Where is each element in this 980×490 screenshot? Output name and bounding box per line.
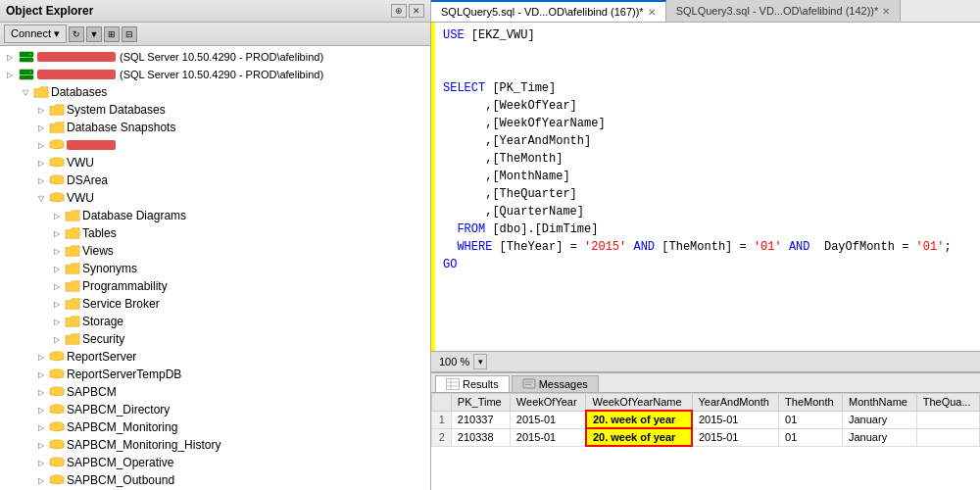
collapse-icon[interactable]: ⊟ (122, 26, 137, 42)
filter-icon[interactable]: ▼ (86, 26, 102, 42)
expand-icon-storage: ▷ (49, 314, 65, 329)
row1-pktime: 210337 (451, 411, 510, 428)
messages-tab-label: Messages (539, 378, 588, 390)
expand-icon-syn: ▷ (49, 261, 65, 276)
vwu2-label: VWU (67, 191, 94, 205)
status-bar: 100 % ▾ (431, 351, 980, 372)
expand-icon-sapbcm-out: ▷ (33, 472, 49, 488)
results-tab-results[interactable]: Results (435, 375, 510, 392)
svg-rect-18 (446, 378, 460, 390)
tree-item-sapbcm-out[interactable]: ▷ SAPBCM_Outbound (0, 471, 430, 489)
results-table: PK_Time WeekOfYear WeekOfYearName YearAn… (431, 393, 980, 447)
tree-item-security[interactable]: ▷ Security (0, 330, 430, 348)
col-weekofyearname: WeekOfYearName (586, 394, 692, 412)
sapbcm-mon-hist-label: SAPBCM_Monitoring_History (67, 438, 220, 452)
tree-item-server2[interactable]: ▷ (SQL Server 10.50.4290 - PROD\afelibin… (0, 66, 430, 83)
tree-item-sysdb[interactable]: ▷ System Databases (0, 101, 430, 119)
expand-icon-tables: ▷ (49, 225, 65, 241)
tree-item-sapbcm-mon-hist[interactable]: ▷ SAPBCM_Monitoring_History (0, 436, 430, 454)
row2-monthname: January (843, 428, 917, 446)
expand-icon-sb: ▷ (49, 296, 65, 312)
tree-item-tables[interactable]: ▷ Tables (0, 224, 430, 242)
row2-themonth: 01 (779, 428, 843, 446)
tree-item-servicebroker[interactable]: ▷ Service Broker (0, 295, 430, 313)
expand-icon: ▷ (2, 49, 18, 65)
tree-item-vwu1[interactable]: ▷ VWU (0, 154, 430, 172)
sb-folder-icon (65, 297, 80, 311)
messages-tab-icon (522, 378, 536, 390)
views-label: Views (82, 244, 114, 258)
expand-icon-sapbcm-mon: ▷ (33, 419, 49, 435)
col-weekofyear: WeekOfYear (510, 394, 586, 412)
tree-item-views[interactable]: ▷ Views (0, 242, 430, 260)
svg-point-5 (29, 72, 31, 74)
expand-icon2: ▷ (2, 67, 18, 82)
connect-button[interactable]: Connect ▾ (4, 24, 67, 43)
tree-item-diagrams[interactable]: ▷ Database Diagrams (0, 207, 430, 224)
tree-item-db1[interactable]: ▷ (0, 136, 430, 154)
tree-item-sapbcm-dir[interactable]: ▷ SAPBCM_Directory (0, 401, 430, 418)
prog-label: Programmability (82, 279, 168, 293)
tree-item-dsarea[interactable]: ▷ DSArea (0, 172, 430, 189)
code-editor[interactable]: USE [EKZ_VWU] SELECT [PK_Time] ,[WeekOfY… (435, 23, 980, 351)
col-monthname: MonthName (843, 394, 917, 412)
tree-item-databases[interactable]: ▽ Databases (0, 83, 430, 101)
row1-weekofyear: 2015-01 (510, 411, 586, 428)
row1-monthname: January (843, 411, 917, 428)
tab3-close[interactable]: ✕ (882, 6, 890, 17)
tree-item-vwu2[interactable]: ▽ VWU (0, 189, 430, 207)
tree-item-synonyms[interactable]: ▷ Synonyms (0, 260, 430, 277)
sync-icon[interactable]: ⊞ (104, 26, 120, 42)
expand-icon-dsarea: ▷ (33, 172, 49, 188)
tree-item-sapbcm-mon[interactable]: ▷ SAPBCM_Monitoring (0, 418, 430, 436)
results-table-wrapper: PK_Time WeekOfYear WeekOfYearName YearAn… (431, 393, 980, 490)
server2-label: (SQL Server 10.50.4290 - PROD\afelibind) (120, 69, 323, 80)
databases-label: Databases (51, 85, 107, 99)
expand-icon-sysdb: ▷ (33, 102, 49, 118)
snapshots-label: Database Snapshots (67, 121, 175, 134)
expand-icon-rstmp: ▷ (33, 367, 49, 382)
row1-thequa (916, 411, 979, 428)
server-icon (18, 49, 35, 65)
security-folder-icon (65, 332, 80, 346)
db1-redacted (67, 140, 116, 150)
tree-item-prog[interactable]: ▷ Programmability (0, 277, 430, 295)
refresh-icon[interactable]: ↻ (69, 26, 84, 42)
tab5-close[interactable]: ✕ (648, 7, 656, 18)
pin-button[interactable]: ⊕ (391, 4, 407, 18)
zoom-dropdown-btn[interactable]: ▾ (473, 354, 487, 369)
tree-item-reportserver[interactable]: ▷ ReportServer (0, 348, 430, 366)
synonyms-label: Synonyms (82, 262, 137, 275)
expand-icon-prog: ▷ (49, 278, 65, 294)
databases-folder-icon (33, 85, 49, 99)
servicebroker-label: Service Broker (82, 297, 160, 311)
panel-title: Object Explorer (6, 4, 93, 18)
dsarea-label: DSArea (67, 173, 108, 187)
tab-query3[interactable]: SQLQuery3.sql - VD...OD\afelibind (142))… (666, 0, 902, 22)
row1-themonth: 01 (779, 411, 843, 428)
server1-label: (SQL Server 10.50.4290 - PROD\afelibind) (120, 51, 323, 63)
server-icon2 (18, 67, 35, 82)
col-yearandmonth: YearAndMonth (692, 394, 779, 412)
results-tab-messages[interactable]: Messages (512, 375, 599, 392)
table-row: 2 210338 2015-01 20. week of year 2015-0… (432, 428, 980, 446)
tree-item-storage[interactable]: ▷ Storage (0, 313, 430, 330)
expand-icon-diag: ▷ (49, 208, 65, 223)
close-panel-button[interactable]: ✕ (409, 4, 424, 18)
vwu2-db-icon (49, 191, 65, 205)
tab3-label: SQLQuery3.sql - VD...OD\afelibind (142))… (676, 5, 879, 17)
tree-item-snapshots[interactable]: ▷ Database Snapshots (0, 119, 430, 136)
tree-item-sapbcm-op[interactable]: ▷ SAPBCM_Operative (0, 454, 430, 471)
svg-rect-22 (523, 379, 535, 388)
col-themonth: TheMonth (779, 394, 843, 412)
vwu1-db-icon (49, 156, 65, 170)
tab-query5[interactable]: SQLQuery5.sql - VD...OD\afelibind (167))… (431, 0, 666, 22)
sapbcm-mon-hist-db-icon (49, 438, 65, 452)
sysdb-folder-icon (49, 103, 65, 117)
tree-item-server1[interactable]: ▷ (SQL Server 10.50.4290 - PROD\afelibin… (0, 48, 430, 66)
sapbcm-out-db-icon (49, 473, 65, 487)
tree-item-reportservertempdb[interactable]: ▷ ReportServerTempDB (0, 366, 430, 383)
sapbcm-label: SAPBCM (67, 385, 117, 399)
row2-weekofyearname: 20. week of year (586, 428, 692, 446)
tree-item-sapbcm[interactable]: ▷ SAPBCM (0, 383, 430, 401)
